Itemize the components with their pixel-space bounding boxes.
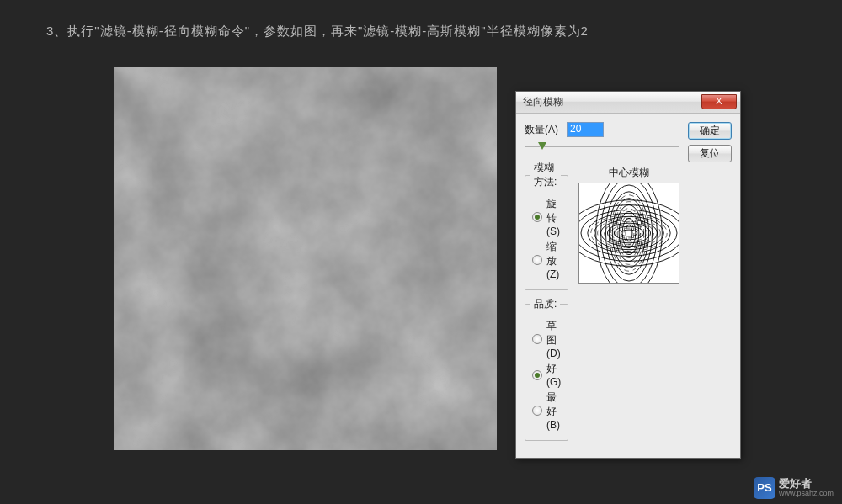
- clouds-preview: [114, 67, 497, 450]
- amount-input[interactable]: 20: [567, 122, 604, 137]
- radio-label: 最好(B): [546, 390, 561, 431]
- dialog-titlebar[interactable]: 径向模糊 X: [516, 92, 740, 114]
- radio-icon: [532, 255, 542, 265]
- radio-draft[interactable]: 草图(D): [532, 319, 561, 359]
- radial-blur-dialog: 径向模糊 X 数量(A) 20 模糊方法: 旋转(S): [515, 91, 741, 459]
- svg-point-24: [591, 215, 667, 251]
- radio-icon: [532, 370, 542, 380]
- watermark-text: 爱好者: [779, 478, 834, 490]
- radio-good[interactable]: 好(G): [532, 362, 561, 388]
- radio-label: 好(G): [546, 362, 561, 388]
- svg-point-11: [626, 225, 632, 241]
- method-legend: 模糊方法:: [530, 161, 561, 189]
- radio-icon: [532, 334, 542, 344]
- radio-spin[interactable]: 旋转(S): [532, 197, 561, 237]
- radio-label: 旋转(S): [546, 197, 561, 237]
- svg-point-2: [621, 230, 637, 236]
- watermark-url: www.psahz.com: [779, 490, 834, 498]
- radio-icon: [532, 406, 542, 416]
- watermark: PS 爱好者 www.psahz.com: [754, 477, 834, 499]
- svg-rect-1: [114, 67, 497, 450]
- quality-group: 品质: 草图(D) 好(G) 最好(B): [525, 297, 568, 441]
- radio-icon: [532, 212, 542, 222]
- radio-label: 草图(D): [546, 319, 561, 359]
- svg-point-7: [588, 213, 670, 252]
- slider-thumb[interactable]: [538, 142, 546, 150]
- watermark-logo: PS: [754, 477, 775, 499]
- radio-label: 缩放(Z): [546, 240, 561, 280]
- amount-label: 数量(A): [525, 123, 558, 137]
- blur-center-preview[interactable]: [578, 183, 679, 284]
- svg-point-23: [598, 218, 661, 247]
- quality-legend: 品质:: [530, 297, 560, 311]
- radio-best[interactable]: 最好(B): [532, 390, 561, 431]
- svg-point-28: [615, 202, 644, 265]
- instruction-text: 3、执行"滤镜-模糊-径向模糊命令"，参数如图，再来"滤镜-模糊-高斯模糊"半径…: [0, 0, 842, 56]
- blur-method-group: 模糊方法: 旋转(S) 缩放(Z): [525, 161, 568, 290]
- svg-point-16: [610, 192, 649, 274]
- ok-button[interactable]: 确定: [688, 122, 732, 140]
- svg-point-29: [611, 195, 647, 271]
- dialog-title: 径向模糊: [523, 95, 563, 109]
- reset-button[interactable]: 复位: [688, 145, 732, 162]
- svg-point-3: [615, 226, 644, 240]
- close-button[interactable]: X: [701, 94, 737, 109]
- radio-zoom[interactable]: 缩放(Z): [532, 240, 561, 280]
- svg-point-12: [622, 218, 636, 247]
- preview-label: 中心模糊: [577, 166, 679, 180]
- amount-slider[interactable]: [525, 141, 679, 152]
